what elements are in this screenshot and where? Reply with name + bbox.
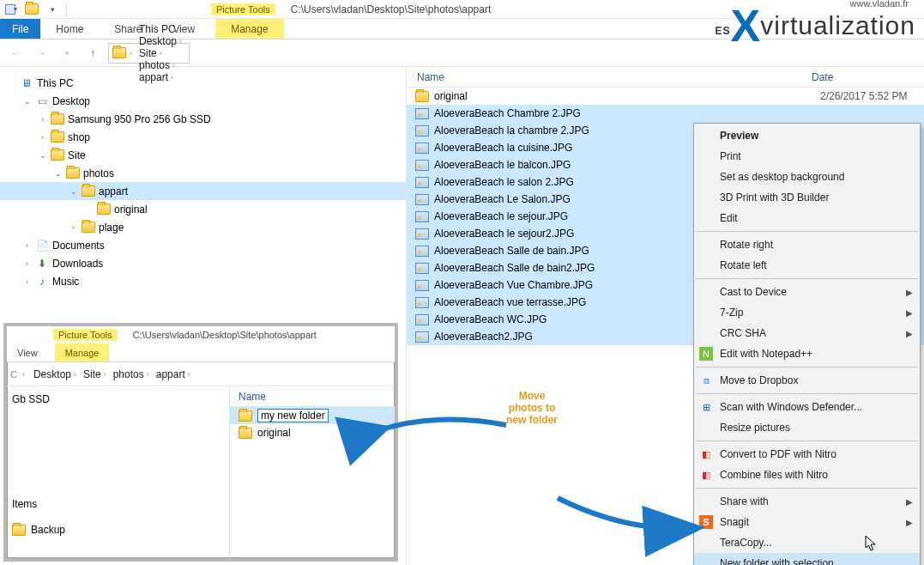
- ctx-item[interactable]: Set as desktop background: [694, 167, 920, 187]
- tree-item[interactable]: ›shop: [0, 128, 406, 146]
- watermark: www.vladan.fr ES X virtualization: [716, 0, 915, 52]
- inset-tree[interactable]: Gb SSD Items Backup: [7, 386, 230, 558]
- nav-up[interactable]: ↑: [82, 43, 103, 64]
- rename-input[interactable]: my new folder: [257, 409, 329, 422]
- tree-item[interactable]: ›⬇Downloads: [0, 254, 406, 272]
- ctx-item[interactable]: ◧Combine files with Nitro: [694, 465, 920, 485]
- inset-window: Picture Tools C:\Users\vladan\Desktop\Si…: [3, 323, 398, 562]
- qat-customize[interactable]: ▾: [43, 1, 62, 18]
- watermark-url: www.vladan.fr: [850, 0, 909, 9]
- tree-item[interactable]: original: [0, 200, 406, 218]
- folder-icon: [415, 91, 429, 102]
- ctx-item[interactable]: NEdit with Notepad++: [694, 343, 920, 364]
- image-icon: [415, 108, 429, 119]
- crumb[interactable]: Site›: [136, 47, 185, 59]
- col-name[interactable]: Name: [407, 71, 801, 83]
- ctx-item[interactable]: Share with▶: [694, 491, 920, 512]
- ctx-item[interactable]: 7-Zip▶: [694, 302, 920, 323]
- image-icon: [415, 194, 429, 205]
- tree-item[interactable]: ⌄Site: [0, 146, 406, 164]
- nav-back[interactable]: ←: [5, 43, 26, 64]
- window-title-path: C:\Users\vladan\Desktop\Site\photos\appa…: [291, 3, 491, 15]
- tree-root[interactable]: 🖥 This PC: [0, 74, 406, 92]
- image-icon: [415, 125, 429, 137]
- nav-forward[interactable]: →: [31, 43, 51, 64]
- ctx-item[interactable]: Rotate right: [694, 234, 920, 255]
- pc-icon: 🖥: [20, 76, 33, 90]
- image-icon: [415, 228, 429, 240]
- tab-manage[interactable]: Manage: [215, 19, 283, 39]
- ctx-item[interactable]: New folder with selection: [694, 553, 920, 565]
- arrow-right: [549, 489, 704, 544]
- ctx-item[interactable]: Edit: [694, 208, 920, 228]
- image-icon: [415, 280, 429, 291]
- qat-properties[interactable]: ▾: [2, 1, 21, 18]
- ctx-item[interactable]: ⧈Move to Dropbox: [694, 370, 920, 391]
- tree-item[interactable]: ⌄photos: [0, 164, 406, 182]
- image-icon: [415, 177, 429, 188]
- image-icon: [415, 314, 429, 325]
- crumb[interactable]: Desktop›: [136, 35, 185, 47]
- folder-row[interactable]: original 2/26/2017 5:52 PM: [407, 88, 924, 105]
- tree-item[interactable]: ⌄▭Desktop: [0, 92, 406, 110]
- tree-item[interactable]: ›📄Documents: [0, 236, 406, 254]
- image-icon: [415, 263, 429, 274]
- folder-icon: [239, 428, 252, 439]
- ctx-item[interactable]: SSnagit▶: [694, 512, 920, 532]
- ctx-item[interactable]: Rotate left: [694, 255, 920, 276]
- nav-recent[interactable]: ▾: [57, 43, 77, 64]
- qat-new-folder[interactable]: [22, 1, 41, 18]
- inset-tab-manage[interactable]: Manage: [55, 343, 110, 361]
- col-date[interactable]: Date: [801, 71, 833, 83]
- ctx-item[interactable]: ◧Convert to PDF with Nitro: [694, 444, 920, 465]
- x-logo: X: [731, 0, 761, 52]
- ctx-item[interactable]: Cast to Device▶: [694, 282, 920, 302]
- image-icon: [415, 246, 429, 257]
- image-icon: [415, 143, 429, 154]
- cursor-icon: [865, 535, 877, 552]
- image-row[interactable]: AloeveraBeach Chambre 2.JPG: [407, 105, 924, 122]
- tree-item[interactable]: ›plage: [0, 218, 406, 236]
- image-icon: [415, 331, 429, 343]
- list-header[interactable]: Name Date: [407, 67, 924, 88]
- tree-item[interactable]: ⌄appart: [0, 182, 406, 200]
- tab-home[interactable]: Home: [40, 19, 99, 39]
- arrow-left: [369, 404, 515, 449]
- breadcrumb[interactable]: › This PC›Desktop›Site›photos›appart›: [108, 43, 190, 64]
- image-icon: [415, 211, 429, 222]
- image-icon: [415, 297, 429, 308]
- ctx-item[interactable]: Preview: [694, 125, 920, 146]
- crumb[interactable]: This PC›: [136, 23, 185, 35]
- ctx-item[interactable]: TeraCopy...: [694, 532, 920, 553]
- ctx-item[interactable]: CRC SHA▶: [694, 323, 920, 343]
- image-icon: [415, 160, 429, 171]
- context-menu: PreviewPrintSet as desktop background3D …: [693, 123, 921, 565]
- inset-tab-view[interactable]: View: [7, 343, 48, 361]
- ctx-item[interactable]: Print: [694, 146, 920, 167]
- tree-item[interactable]: ›♪Music: [0, 272, 406, 290]
- folder-icon: [239, 410, 252, 422]
- ctx-item[interactable]: ⊞Scan with Windows Defender...: [694, 397, 920, 417]
- contextual-tab-label: Picture Tools: [211, 3, 275, 15]
- tab-file[interactable]: File: [0, 19, 40, 39]
- ctx-item[interactable]: 3D Print with 3D Builder: [694, 187, 920, 208]
- tree-item[interactable]: ›Samsung 950 Pro 256 Gb SSD: [0, 110, 406, 128]
- ctx-item[interactable]: Resize pictures: [694, 417, 920, 438]
